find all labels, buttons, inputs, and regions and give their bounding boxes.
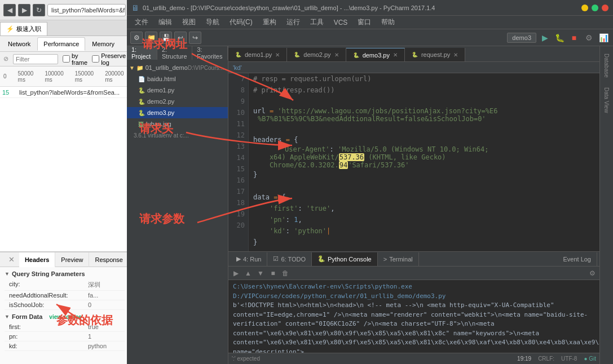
proj-tab-project[interactable]: 1: Project — [127, 46, 157, 60]
bottom-stop-btn[interactable]: ■ — [268, 268, 278, 278]
tree-item-baidu[interactable]: 📄 baidu.html — [127, 73, 228, 85]
editor-area: 🐍 demo1.py ✕ 🐍 demo2.py ✕ 🐍 demo3.py ✕ 🐍… — [228, 46, 599, 364]
param-row-kd: kd: python — [5, 341, 125, 351]
menu-help[interactable]: 帮助 — [377, 16, 399, 28]
stop-btn[interactable]: ■ — [568, 32, 580, 44]
terminal-label: Terminal — [389, 256, 413, 263]
detail-tab-response[interactable]: Response — [89, 252, 129, 267]
bottom-down-btn[interactable]: ▼ — [255, 268, 266, 278]
bottom-tab-event-log[interactable]: Event Log — [557, 252, 597, 266]
coverage-btn[interactable]: 📊 — [597, 32, 610, 44]
bottom-run-btn[interactable]: ▶ — [231, 268, 241, 278]
build-btn[interactable]: ⚙ — [583, 32, 595, 44]
filter-input[interactable] — [13, 54, 58, 64]
tab-close-request[interactable]: ✕ — [453, 52, 458, 58]
window-close-btn[interactable] — [602, 5, 608, 11]
param-val-kd: python — [88, 343, 107, 349]
bottom-tab-run[interactable]: ▶ 4: Run — [231, 252, 267, 266]
by-frame-checkbox[interactable]: by frame — [63, 52, 87, 66]
bottom-tab-python-console[interactable]: 🐍 Python Console — [312, 252, 378, 266]
proj-tab-structure[interactable]: 2: Structure — [157, 46, 192, 60]
run-config-name[interactable]: demo3 — [507, 33, 536, 43]
side-tab-database[interactable]: Database — [601, 48, 612, 82]
bottom-settings-btn[interactable]: ⚙ — [587, 268, 597, 278]
menu-edit[interactable]: 编辑 — [154, 16, 177, 28]
view-source-link[interactable]: view source — [49, 314, 81, 320]
status-crlf: CRLF: — [538, 356, 554, 362]
run-btn[interactable]: ▶ — [539, 32, 551, 44]
browser-refresh-btn[interactable]: ↻ — [33, 4, 45, 16]
toolbar-folder-btn[interactable]: 📁 — [145, 32, 157, 44]
browser-url-bar[interactable]: list_python?labelWords=&fromSea... — [47, 4, 126, 16]
detail-tab-headers[interactable]: Headers — [19, 252, 55, 267]
tree-item-demo2[interactable]: 🐍 demo2.py — [127, 96, 228, 107]
line-12: 12 — [228, 130, 248, 141]
param-val-first: true — [88, 323, 99, 330]
network-list[interactable]: 15 list_python?labelWords=&fromSea... — [0, 87, 129, 251]
menu-tools[interactable]: 工具 — [306, 16, 328, 28]
toolbar-save-btn[interactable]: 💾 — [160, 32, 172, 44]
project-tree[interactable]: ▼ 📁 01_urllib_demo D:\VIPCours... 📄 baid… — [127, 60, 228, 364]
menu-file[interactable]: 文件 — [130, 16, 153, 28]
browser-forward-btn[interactable]: ▶ — [18, 4, 30, 16]
param-key-needadd: needAddtionalResult: — [9, 292, 88, 299]
tree-item-demo1[interactable]: 🐍 demo1.py — [127, 85, 228, 96]
menu-run[interactable]: 运行 — [282, 16, 305, 28]
toolbar-settings-btn[interactable]: ⚙ — [130, 32, 143, 44]
side-tab-data-view[interactable]: Data View — [601, 83, 612, 117]
editor-tab-demo3[interactable]: 🐍 demo3.py ✕ — [346, 48, 405, 61]
toolbar-redo-btn[interactable]: ↪ — [189, 32, 201, 44]
tab-label-demo3: demo3.py — [363, 52, 390, 59]
window-minimize-btn[interactable] — [581, 5, 588, 11]
preserve-log-check[interactable] — [92, 55, 99, 63]
editor-tab-demo2[interactable]: 🐍 demo2.py ✕ — [287, 48, 346, 61]
menu-window[interactable]: 窗口 — [353, 16, 376, 28]
code-line-18: 'pn': 1, — [253, 214, 595, 225]
menu-navigate[interactable]: 导航 — [201, 16, 224, 28]
by-frame-check[interactable] — [63, 55, 70, 63]
tree-item-luban[interactable]: 🖼 luban.jpg — [127, 118, 228, 130]
param-val-pn: 1 — [88, 333, 91, 340]
tab-close-demo1[interactable]: ✕ — [275, 52, 280, 58]
code-line-15 — [253, 180, 595, 192]
menu-vcs[interactable]: VCS — [329, 17, 352, 28]
editor-tab-request[interactable]: 🐍 request.py ✕ — [405, 48, 465, 61]
tab-close-demo3[interactable]: ✕ — [393, 52, 398, 58]
detail-tab-preview[interactable]: Preview — [55, 252, 89, 267]
file-baidu: baidu.html — [147, 76, 176, 82]
bottom-up-btn[interactable]: ▲ — [243, 268, 253, 278]
bottom-clear-btn[interactable]: 🗑 — [280, 268, 290, 278]
tree-item-venv[interactable]: 3.6.1 virtualenv at c:... — [127, 130, 228, 141]
tree-item-demo3[interactable]: 🐍 demo3.py — [127, 107, 228, 118]
request-detail: ✕ Headers Preview Response Query String … — [0, 251, 129, 364]
window-maximize-btn[interactable] — [592, 5, 598, 11]
code-line-13: 'User-Agent': 'Mozilla/5.0 (Windows NT 1… — [253, 145, 595, 169]
network-row[interactable]: 15 list_python?labelWords=&fromSea... — [0, 87, 129, 98]
run-tab-label: 4: Run — [243, 256, 261, 263]
param-key-city: city: — [9, 281, 88, 289]
toolbar-undo-btn[interactable]: ↩ — [174, 32, 187, 44]
proj-tab-favorites[interactable]: 3: Favorites — [192, 46, 228, 60]
bottom-tab-todo[interactable]: ☑ 6: TODO — [267, 252, 312, 266]
menu-view[interactable]: 视图 — [178, 16, 200, 28]
menu-code[interactable]: 代码(C) — [225, 16, 257, 28]
detail-close-btn[interactable]: ✕ — [4, 255, 19, 264]
browser-back-btn[interactable]: ◀ — [3, 4, 16, 16]
preserve-log-checkbox[interactable]: Preserve log — [92, 52, 126, 66]
browser-tab-active[interactable]: ⚡ 极速入职 — [0, 22, 47, 35]
git-indicator: ● Git — [584, 356, 596, 362]
code-content[interactable]: # resp = request.urlopen(url) # print(re… — [249, 73, 599, 251]
tree-root-folder[interactable]: ▼ 📁 01_urllib_demo D:\VIPCours... — [127, 62, 228, 73]
bottom-tab-terminal[interactable]: > Terminal — [378, 252, 419, 266]
devtab-memory[interactable]: Memory — [86, 37, 120, 51]
file-demo3: demo3.py — [147, 109, 174, 116]
devtab-network[interactable]: Network — [2, 37, 36, 51]
editor-tab-demo1[interactable]: 🐍 demo1.py ✕ — [228, 48, 287, 61]
tab-close-demo2[interactable]: ✕ — [334, 52, 339, 58]
devtab-performance[interactable]: Performance — [37, 37, 85, 51]
code-line-7: # resp = request.urlopen(url) — [253, 73, 595, 85]
code-editor[interactable]: 7 8 9 10 11 12 13 14 15 16 17 18 19 20 — [228, 73, 599, 251]
menu-refactor[interactable]: 重构 — [258, 16, 281, 28]
debug-btn[interactable]: 🐛 — [553, 32, 566, 44]
code-line-14: } — [253, 169, 595, 180]
